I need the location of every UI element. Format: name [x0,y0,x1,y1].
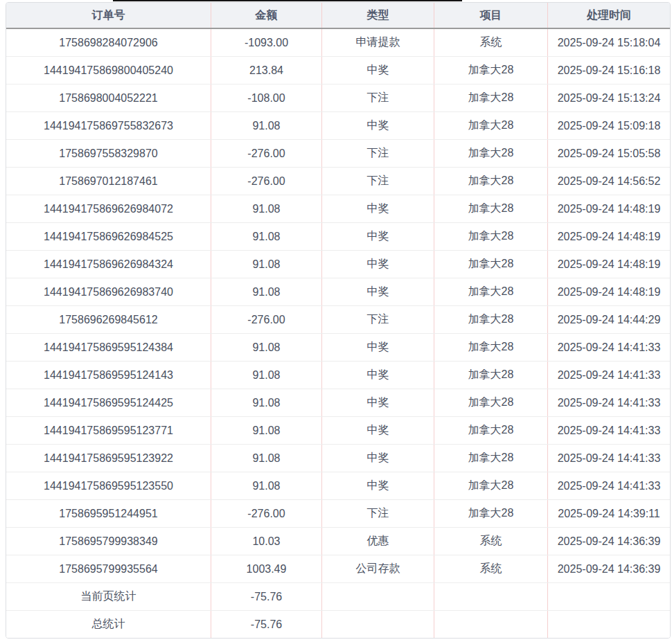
cell-time: 2025-09-24 15:09:18 [548,112,671,140]
cell-type [322,583,434,611]
cell-amount: -75.76 [211,583,322,611]
cell-order-no: 1758695799938349 [6,528,211,555]
cell-project: 加拿大28 [434,223,548,251]
cell-type: 中奖 [322,362,434,389]
cell-order-no: 1758695799935564 [6,555,211,583]
table-row: 1758697012187461-276.00下注加拿大282025-09-24… [6,168,670,195]
transactions-table-card: 订单号金额类型项目处理时间 1758698284072906-1093.00申请… [6,2,671,639]
cell-type: 下注 [322,84,434,112]
cell-amount: 91.08 [211,472,322,500]
cell-amount: 91.08 [211,112,322,140]
cell-project: 加拿大28 [434,195,548,223]
cell-amount: -276.00 [211,306,322,334]
cell-type: 申请提款 [322,28,434,57]
cell-project: 加拿大28 [434,389,548,417]
cell-type: 中奖 [322,278,434,306]
cell-project: 加拿大28 [434,500,548,528]
cell-order-no: 144194175869595124143 [6,362,211,389]
column-header-time: 处理时间 [548,3,671,28]
cell-order-no: 1758698284072906 [6,28,211,57]
table-row: 14419417586959512392291.08中奖加拿大282025-09… [6,445,670,472]
cell-order-no: 144194175869755832673 [6,112,211,140]
cell-amount: 91.08 [211,389,322,417]
cell-amount: 91.08 [211,195,322,223]
cell-order-no: 1758698004052221 [6,84,211,112]
cell-order-no: 144194175869595124425 [6,389,211,417]
cell-time: 2025-09-24 14:48:19 [548,223,671,251]
cell-amount: 91.08 [211,362,322,389]
cell-type: 中奖 [322,472,434,500]
cell-type: 中奖 [322,389,434,417]
cell-amount: -108.00 [211,84,322,112]
cell-type: 下注 [322,168,434,195]
column-header-project: 项目 [434,3,548,28]
top-clip-bar [113,0,462,1]
cell-time: 2025-09-24 15:05:58 [548,140,671,168]
column-header-type: 类型 [322,3,434,28]
cell-project: 加拿大28 [434,417,548,445]
table-row: 175869579993834910.03优惠系统2025-09-24 14:3… [6,528,670,555]
cell-amount: 91.08 [211,445,322,472]
cell-project: 加拿大28 [434,112,548,140]
table-body: 1758698284072906-1093.00申请提款系统2025-09-24… [6,28,670,638]
cell-order-no: 1758695951244951 [6,500,211,528]
table-row: 14419417586959512377191.08中奖加拿大282025-09… [6,417,670,445]
cell-project: 加拿大28 [434,57,548,84]
cell-type: 中奖 [322,223,434,251]
cell-project: 加拿大28 [434,362,548,389]
table-row: 17586957999355641003.49公司存款系统2025-09-24 … [6,555,670,583]
cell-time [548,583,671,611]
cell-time: 2025-09-24 14:48:19 [548,195,671,223]
cell-time: 2025-09-24 14:44:29 [548,306,671,334]
table-row: 14419417586959512355091.08中奖加拿大282025-09… [6,472,670,500]
cell-time: 2025-09-24 14:41:33 [548,362,671,389]
cell-order-no: 总统计 [6,611,211,639]
cell-project: 系统 [434,555,548,583]
cell-project [434,583,548,611]
summary-row: 当前页统计-75.76 [6,583,670,611]
cell-project: 加拿大28 [434,306,548,334]
cell-amount: -75.76 [211,611,322,639]
cell-project: 加拿大28 [434,445,548,472]
cell-type: 中奖 [322,417,434,445]
table-row: 14419417586959512414391.08中奖加拿大282025-09… [6,362,670,389]
column-header-order-no: 订单号 [6,3,211,28]
table-row: 14419417586962698452591.08中奖加拿大282025-09… [6,223,670,251]
cell-order-no: 144194175869626984525 [6,223,211,251]
cell-type: 中奖 [322,445,434,472]
cell-type: 公司存款 [322,555,434,583]
cell-time: 2025-09-24 14:41:33 [548,417,671,445]
cell-order-no: 144194175869595123771 [6,417,211,445]
cell-amount: -276.00 [211,500,322,528]
cell-type: 中奖 [322,195,434,223]
cell-time: 2025-09-24 14:36:39 [548,555,671,583]
cell-amount: 213.84 [211,57,322,84]
cell-amount: 1003.49 [211,555,322,583]
cell-type: 中奖 [322,251,434,278]
cell-amount: -276.00 [211,168,322,195]
table-row: 144194175869800405240213.84中奖加拿大282025-0… [6,57,670,84]
cell-amount: -276.00 [211,140,322,168]
cell-order-no: 144194175869626984072 [6,195,211,223]
table-row: 14419417586959512442591.08中奖加拿大282025-09… [6,389,670,417]
cell-type: 中奖 [322,57,434,84]
cell-time: 2025-09-24 14:56:52 [548,168,671,195]
cell-amount: 91.08 [211,251,322,278]
cell-time: 2025-09-24 14:41:33 [548,389,671,417]
table-row: 1758698284072906-1093.00申请提款系统2025-09-24… [6,28,670,57]
cell-project: 加拿大28 [434,140,548,168]
table-row: 1758697558329870-276.00下注加拿大282025-09-24… [6,140,670,168]
cell-type: 下注 [322,140,434,168]
table-row: 1758698004052221-108.00下注加拿大282025-09-24… [6,84,670,112]
cell-time: 2025-09-24 14:41:33 [548,445,671,472]
cell-time: 2025-09-24 15:16:18 [548,57,671,84]
cell-type [322,611,434,639]
cell-amount: -1093.00 [211,28,322,57]
cell-time: 2025-09-24 14:36:39 [548,528,671,555]
cell-project: 加拿大28 [434,168,548,195]
summary-row: 总统计-75.76 [6,611,670,639]
cell-type: 中奖 [322,334,434,362]
cell-amount: 91.08 [211,334,322,362]
cell-amount: 91.08 [211,223,322,251]
cell-order-no: 1758697012187461 [6,168,211,195]
